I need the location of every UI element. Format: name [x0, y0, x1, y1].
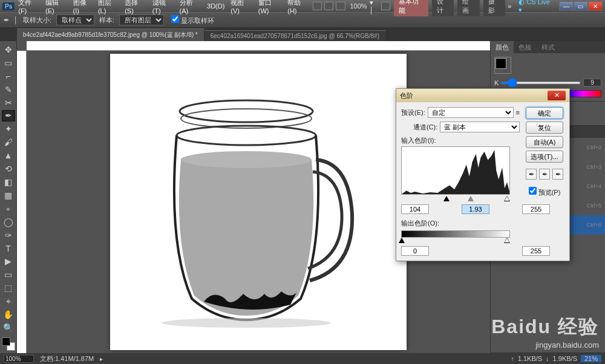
dialog-titlebar[interactable]: 色阶 ✕: [396, 89, 569, 102]
zoom-level[interactable]: 100%: [350, 2, 367, 10]
workspace-painting[interactable]: 绘画: [457, 0, 480, 16]
svg-marker-5: [402, 150, 509, 194]
menu-view[interactable]: 视图(V): [228, 0, 254, 16]
preview-checkbox[interactable]: 预览(P): [529, 187, 561, 197]
menu-window[interactable]: 窗口(W): [256, 0, 284, 16]
shadow-input[interactable]: [401, 204, 429, 214]
k-value-input[interactable]: [583, 79, 601, 86]
black-eyedropper-icon[interactable]: ✒: [526, 169, 537, 180]
white-eyedropper-icon[interactable]: ✒: [552, 169, 563, 180]
crop-tool[interactable]: ✂: [2, 97, 15, 109]
highlight-slider[interactable]: [504, 196, 510, 201]
canvas-image: [131, 75, 385, 329]
marquee-tool[interactable]: ▭: [2, 57, 15, 69]
gray-eyedropper-icon[interactable]: ✒: [539, 169, 550, 180]
status-bar: 文档:1.41M/1.87M ▸ ↑1.1KB/S ↓1.9KB/S 21%: [0, 353, 605, 364]
clone-stamp-tool[interactable]: ▲: [2, 149, 15, 161]
document-tab-inactive[interactable]: 6ec402a169401ead270578671d5152c6.jpg @ 6…: [204, 30, 386, 41]
histogram: [401, 146, 510, 195]
shadow-slider[interactable]: [443, 196, 450, 201]
input-levels-label: 输入色阶(I):: [401, 136, 520, 145]
shape-tool[interactable]: ▭: [2, 268, 15, 281]
options-button[interactable]: 选项(T)...: [526, 151, 563, 163]
ok-button[interactable]: 确定: [526, 107, 563, 119]
document-tab-active[interactable]: b4ce2af442ae4d9ab9785d1fe3705c82.jpeg @ …: [17, 28, 204, 41]
eraser-tool[interactable]: ◧: [2, 176, 15, 188]
output-gradient[interactable]: [401, 230, 510, 238]
net-up-speed: 1.1KB/S: [518, 355, 542, 362]
midtone-slider[interactable]: [468, 196, 474, 201]
preset-select[interactable]: 自定: [428, 107, 514, 118]
cs-live-button[interactable]: ◐ CS Live ▾: [518, 0, 553, 14]
auto-button[interactable]: 自动(A): [526, 136, 563, 148]
output-black-slider[interactable]: [399, 238, 405, 243]
swatches-panel-tab[interactable]: 色板: [514, 41, 537, 53]
channel-shortcut: Ctrl+6: [587, 222, 601, 228]
window-close-button[interactable]: ✕: [588, 1, 603, 11]
document-canvas[interactable]: [110, 54, 407, 350]
zoom-input[interactable]: [4, 355, 34, 363]
workspace-design[interactable]: 设计: [432, 0, 454, 16]
status-percent: 21%: [581, 355, 601, 362]
hand-tool[interactable]: ✋: [2, 308, 15, 320]
k-slider[interactable]: [501, 82, 581, 84]
healing-brush-tool[interactable]: ✦: [2, 123, 15, 135]
net-up-icon: ↑: [511, 355, 514, 362]
dodge-tool[interactable]: ◯: [2, 216, 15, 228]
eyedropper-tool[interactable]: ✒: [2, 110, 15, 122]
channel-select[interactable]: 蓝 副本: [440, 122, 520, 132]
foreground-background-colors[interactable]: [2, 337, 15, 351]
color-panel-swatch[interactable]: [494, 57, 511, 74]
path-select-tool[interactable]: ▶: [2, 256, 15, 268]
menu-analysis[interactable]: 分析(A): [177, 0, 203, 16]
menu-help[interactable]: 帮助(H): [285, 0, 312, 16]
launch-bridge-icon[interactable]: [313, 2, 322, 10]
type-tool[interactable]: T: [2, 242, 15, 255]
brush-tool[interactable]: 🖌: [2, 136, 15, 148]
menu-layer[interactable]: 图层(L): [96, 0, 121, 16]
menu-select[interactable]: 选择(S): [122, 0, 148, 16]
horizontal-ruler: [27, 41, 490, 51]
sample-layers-select[interactable]: 所有图层: [119, 15, 164, 25]
quick-select-tool[interactable]: ✎: [2, 83, 15, 96]
cancel-button[interactable]: 复位: [526, 122, 563, 134]
zoom-tool[interactable]: 🔍: [2, 322, 15, 334]
preset-menu-icon[interactable]: ≡: [516, 109, 520, 116]
screen-mode-icon[interactable]: [381, 2, 390, 10]
menu-3d[interactable]: 3D(D): [204, 1, 227, 11]
show-ring-checkbox[interactable]: 显示取样环: [169, 15, 214, 25]
menu-filter[interactable]: 滤镜(T): [150, 0, 176, 16]
3d-tool[interactable]: ⬚: [2, 282, 15, 294]
pen-tool[interactable]: ✑: [2, 229, 15, 241]
output-white-slider[interactable]: [504, 238, 510, 243]
launch-minibridge-icon[interactable]: [324, 2, 333, 10]
net-down-icon: ↓: [546, 355, 549, 362]
window-maximize-button[interactable]: ▭: [574, 1, 588, 11]
view-extras-icon[interactable]: [336, 2, 345, 10]
3d-camera-tool[interactable]: ⌖: [2, 295, 15, 307]
workspace-essentials[interactable]: 基本功能: [394, 0, 428, 16]
history-brush-tool[interactable]: ⟲: [2, 163, 15, 175]
channel-shortcut: Ctrl+2: [587, 145, 601, 151]
sample-size-select[interactable]: 取样点: [56, 15, 94, 25]
vertical-ruler: [17, 51, 27, 353]
menu-image[interactable]: 图像(I): [71, 0, 94, 16]
blur-tool[interactable]: ∘: [2, 203, 15, 215]
menu-edit[interactable]: 编辑(E): [43, 0, 69, 16]
current-tool-icon: ✒: [4, 16, 9, 24]
input-sliders[interactable]: [401, 196, 510, 202]
midtone-input[interactable]: [462, 204, 489, 214]
workspace-photography[interactable]: 摄影: [483, 0, 506, 16]
gradient-tool[interactable]: ▦: [2, 189, 15, 201]
window-minimize-button[interactable]: ―: [559, 1, 574, 11]
lasso-tool[interactable]: ⌐: [2, 70, 15, 82]
output-low-input[interactable]: [401, 246, 429, 256]
styles-panel-tab[interactable]: 样式: [537, 41, 560, 53]
color-panel-tab[interactable]: 颜色: [491, 41, 514, 53]
output-sliders[interactable]: [401, 238, 510, 244]
menu-file[interactable]: 文件(F): [16, 0, 42, 16]
preset-label: 预设(E):: [401, 108, 425, 117]
move-tool[interactable]: ✥: [2, 44, 15, 56]
k-slider-label: K: [494, 79, 499, 86]
dialog-close-button[interactable]: ✕: [548, 91, 566, 100]
